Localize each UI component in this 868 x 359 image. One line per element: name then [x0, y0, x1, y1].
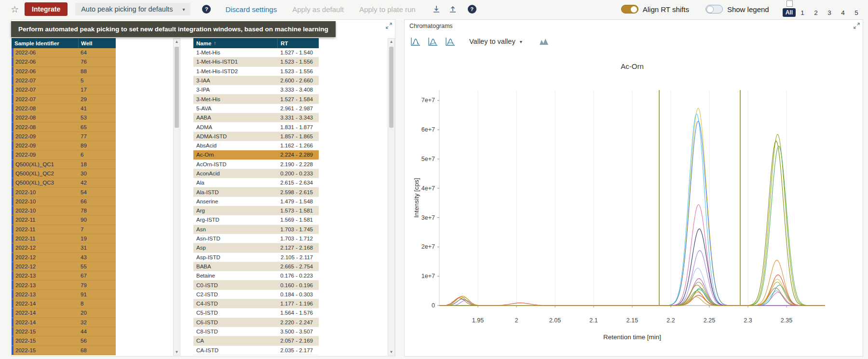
table-row[interactable]: 2022-0688 — [12, 67, 116, 76]
table-row[interactable]: 2022-1391 — [12, 290, 116, 299]
table-row[interactable]: Ala2.615 - 2.634 — [193, 178, 319, 187]
metabolites-scrollbar[interactable]: ▲ ▼ — [388, 38, 395, 356]
scroll-track[interactable] — [388, 45, 394, 349]
expand-panel-icon[interactable] — [386, 22, 392, 31]
apply-to-plate-run-link[interactable]: Apply to plate run — [359, 5, 416, 13]
samples-scrollbar[interactable]: ▲ ▼ — [173, 38, 180, 356]
scroll-down-icon[interactable]: ▼ — [390, 349, 393, 355]
table-row[interactable]: 2022-075 — [12, 76, 116, 85]
table-row[interactable]: ADMA1.831 - 1.877 — [193, 122, 319, 132]
trace-filter-checkbox[interactable] — [787, 0, 793, 7]
table-row[interactable]: 2022-0989 — [12, 141, 116, 150]
table-row[interactable]: 2022-148 — [12, 299, 116, 308]
trace-filter-4-button[interactable]: 4 — [836, 9, 850, 16]
table-row[interactable]: 2022-0841 — [12, 104, 116, 113]
download-icon[interactable] — [432, 5, 441, 13]
table-row[interactable]: 1-Met-His-ISTD21.523 - 1.556 — [193, 67, 319, 76]
table-row[interactable]: Q500(XL)_QC118 — [12, 160, 116, 169]
scroll-up-icon[interactable]: ▲ — [175, 39, 179, 45]
table-row[interactable]: 2022-117 — [12, 225, 116, 234]
scroll-thumb[interactable] — [389, 47, 393, 128]
table-row[interactable]: 2022-1231 — [12, 243, 116, 253]
table-row[interactable]: 1-Met-His1.527 - 1.540 — [193, 48, 319, 57]
table-row[interactable]: 2022-1243 — [12, 253, 116, 262]
table-row[interactable]: 2022-1078 — [12, 206, 116, 215]
table-row[interactable]: C2-ISTD0.184 - 0.303 — [193, 290, 319, 299]
table-row[interactable]: Arg-ISTD1.569 - 1.581 — [193, 215, 319, 225]
align-rt-toggle[interactable] — [621, 5, 638, 13]
trace-filter-all-button[interactable]: All — [783, 8, 796, 17]
table-row[interactable]: Anserine1.479 - 1.548 — [193, 197, 319, 206]
table-row[interactable]: Betaine0.176 - 0.223 — [193, 271, 319, 280]
table-row[interactable]: AABA3.331 - 3.343 — [193, 113, 319, 122]
table-row[interactable]: CA-ISTD2.035 - 2.177 — [193, 346, 319, 355]
apply-as-default-link[interactable]: Apply as default — [292, 5, 344, 13]
table-row[interactable]: 2022-1190 — [12, 215, 116, 225]
trace-filter-5-button[interactable]: 5 — [850, 9, 863, 16]
trace-filter-2-button[interactable]: 2 — [809, 9, 823, 16]
table-row[interactable]: Asp-ISTD2.105 - 2.117 — [193, 253, 319, 262]
upload-icon[interactable] — [448, 5, 457, 13]
overlay-chart-icon[interactable] — [537, 35, 551, 48]
table-row[interactable]: Asn1.703 - 1.745 — [193, 225, 319, 234]
table-row[interactable]: 3-IPA3.333 - 3.408 — [193, 85, 319, 94]
table-row[interactable]: C0-ISTD0.160 - 0.196 — [193, 280, 319, 290]
table-row[interactable]: C5-ISTD1.564 - 1.576 — [193, 308, 319, 318]
integrate-button[interactable]: Integrate — [25, 2, 68, 16]
table-row[interactable]: 2022-1367 — [12, 271, 116, 280]
table-row[interactable]: Arg1.573 - 1.581 — [193, 206, 319, 215]
table-row[interactable]: Asn-ISTD1.703 - 1.712 — [193, 234, 319, 243]
table-row[interactable]: AcOrn-ISTD2.190 - 2.228 — [193, 160, 319, 169]
table-row[interactable]: Asp2.127 - 2.168 — [193, 243, 319, 253]
table-row[interactable]: 2022-1054 — [12, 187, 116, 197]
table-row-selected[interactable]: Ac-Orn2.224 - 2.289 — [193, 150, 319, 160]
table-row[interactable]: 2022-1379 — [12, 280, 116, 290]
table-row[interactable]: 1-Met-His-ISTD11.523 - 1.556 — [193, 57, 319, 66]
table-row[interactable]: BABA2.665 - 2.754 — [193, 262, 319, 271]
table-row[interactable]: 2022-1432 — [12, 318, 116, 327]
table-row[interactable]: 2022-0729 — [12, 94, 116, 104]
table-row[interactable]: AbsAcid1.162 - 1.266 — [193, 141, 319, 150]
table-row[interactable]: 2022-0676 — [12, 57, 116, 66]
integration-style-icon-3[interactable] — [443, 35, 458, 48]
scroll-track[interactable] — [174, 45, 180, 349]
table-row[interactable]: CA2.057 - 2.169 — [193, 336, 319, 346]
table-row[interactable]: 2022-096 — [12, 150, 116, 160]
trace-filter-3-button[interactable]: 3 — [823, 9, 836, 16]
table-row[interactable]: 2022-1544 — [12, 327, 116, 336]
table-row[interactable]: Q500(XL)_QC230 — [12, 169, 116, 178]
scroll-down-icon[interactable]: ▼ — [175, 349, 179, 355]
integration-style-icon-1[interactable] — [408, 35, 423, 48]
integration-mode-dropdown[interactable]: Valley to valley ▾ — [465, 36, 526, 47]
table-row[interactable]: AconAcid0.200 - 0.233 — [193, 169, 319, 178]
peak-picking-dropdown[interactable]: Auto peak picking for defaults ▾ — [75, 3, 190, 15]
discard-settings-link[interactable]: Discard settings — [225, 5, 277, 13]
expand-chromatograms-icon[interactable] — [854, 22, 860, 31]
table-row[interactable]: 2022-0977 — [12, 132, 116, 141]
table-row[interactable]: 2022-1568 — [12, 346, 116, 355]
scroll-up-icon[interactable]: ▲ — [390, 39, 393, 45]
col-header-well[interactable]: Well — [78, 38, 116, 48]
table-row[interactable]: 2022-1119 — [12, 234, 116, 243]
table-row[interactable]: 3-Met-His1.527 - 1.584 — [193, 94, 319, 104]
table-row[interactable]: 2022-0664 — [12, 48, 116, 57]
table-row[interactable]: 2022-1556 — [12, 336, 116, 346]
table-row[interactable]: C4-ISTD1.177 - 1.196 — [193, 299, 319, 308]
col-header-rt[interactable]: RT — [277, 38, 319, 48]
show-legend-toggle[interactable] — [705, 5, 723, 13]
table-row[interactable]: Ala-ISTD2.598 - 2.615 — [193, 187, 319, 197]
chromatogram-plot[interactable]: 1.9522.052.12.152.22.252.32.3501e+72e+73… — [405, 50, 863, 356]
col-header-sample-identifier[interactable]: Sample Identifier — [12, 40, 78, 46]
table-row[interactable]: Q500(XL)_QC342 — [12, 178, 116, 187]
help-icon[interactable]: ? — [202, 5, 211, 13]
table-row[interactable]: C6-ISTD2.220 - 2.247 — [193, 318, 319, 327]
table-row[interactable]: 5-AVA2.961 - 2.987 — [193, 104, 319, 113]
table-row[interactable]: 2022-0853 — [12, 113, 116, 122]
table-row[interactable]: 3-IAA2.600 - 2.660 — [193, 76, 319, 85]
trace-filter-1-button[interactable]: 1 — [796, 9, 809, 16]
table-row[interactable]: ADMA-ISTD1.857 - 1.865 — [193, 132, 319, 141]
favorite-star-icon[interactable]: ☆ — [11, 4, 19, 15]
integration-style-icon-2[interactable] — [426, 35, 440, 48]
scroll-thumb[interactable] — [175, 47, 179, 128]
table-row[interactable]: 2022-0865 — [12, 122, 116, 132]
